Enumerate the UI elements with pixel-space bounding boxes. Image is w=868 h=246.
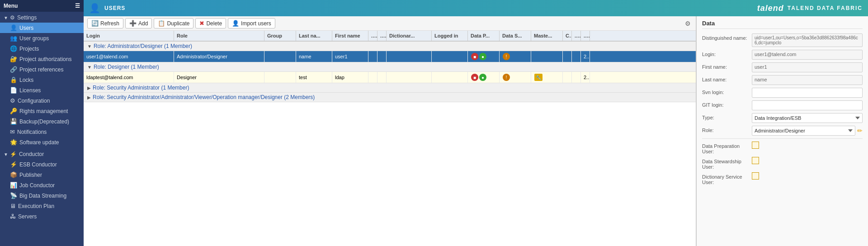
col-login[interactable]: Login bbox=[84, 31, 174, 41]
col-logged-in[interactable]: Logged in bbox=[432, 31, 468, 41]
cell-data-prep-ldap: ■ ● bbox=[468, 72, 500, 83]
sidebar-item-job-conductor[interactable]: 📊 Job Conductor bbox=[0, 180, 84, 190]
dict-service-checkbox[interactable] bbox=[752, 172, 759, 180]
col-firstname[interactable]: First name bbox=[332, 31, 368, 41]
refresh-icon: 🔄 bbox=[91, 20, 99, 27]
sidebar-item-publisher[interactable]: 📦 Publisher bbox=[0, 170, 84, 180]
col-group[interactable]: Group bbox=[264, 31, 296, 41]
sidebar-item-rights-management[interactable]: 🔑 Rights management bbox=[0, 106, 84, 116]
gear-icon[interactable]: ⚙ bbox=[684, 19, 692, 28]
sidebar-item-label-backup: Backup(Deprecated) bbox=[19, 118, 69, 125]
sidebar-item-notifications[interactable]: ✉ Notifications bbox=[0, 127, 84, 137]
badge-red: ■ bbox=[471, 53, 478, 60]
git-login-value[interactable] bbox=[752, 100, 863, 110]
table-row[interactable]: ldaptest@talend.com Designer test ldap ■… bbox=[84, 72, 696, 83]
col-lastname[interactable]: Last na... bbox=[296, 31, 332, 41]
refresh-button[interactable]: 🔄 Refresh bbox=[87, 18, 123, 28]
sidebar-item-configuration[interactable]: ⚙ Configuration bbox=[0, 95, 84, 106]
conductor-section: ▼ ⚡ Conductor ⚡ ESB Conductor 📦 Publishe… bbox=[0, 148, 84, 222]
sidebar: Menu ☰ ▼ ⚙ Settings 👤 Users 👥 User group… bbox=[0, 0, 84, 246]
col-master[interactable]: Maste... bbox=[531, 31, 563, 41]
data-prep-checkbox[interactable] bbox=[752, 142, 759, 149]
sidebar-item-big-data-streaming[interactable]: 📡 Big Data Streaming bbox=[0, 190, 84, 201]
col-data-stew[interactable]: Data S... bbox=[500, 31, 531, 41]
header-logo: talend TALEND DATA FABRIC bbox=[757, 4, 863, 13]
edit-role-icon[interactable]: ✏ bbox=[857, 127, 863, 134]
add-button[interactable]: ➕ Add bbox=[125, 18, 152, 28]
sidebar-item-backup[interactable]: 💾 Backup(Deprecated) bbox=[0, 116, 84, 127]
role-row-admin-designer[interactable]: ▼ Role: Administrator/Designer (1 Member… bbox=[84, 42, 696, 51]
import-button[interactable]: 👤 Import users bbox=[228, 18, 275, 28]
sidebar-item-projects[interactable]: 🌐 Projects bbox=[0, 43, 84, 54]
conductor-group-label: Conductor bbox=[19, 151, 44, 157]
col-5[interactable]: ... bbox=[368, 31, 377, 41]
badge-green: ● bbox=[479, 53, 486, 60]
col-c2[interactable]: ... bbox=[572, 31, 581, 41]
sidebar-item-label-user-groups: User groups bbox=[19, 35, 49, 42]
cell-firstname: user1 bbox=[332, 51, 368, 62]
badge-orange-ldap: ! bbox=[503, 74, 510, 81]
locks-icon: 🔒 bbox=[10, 76, 17, 83]
sidebar-item-user-groups[interactable]: 👥 User groups bbox=[0, 33, 84, 43]
cell-c1 bbox=[563, 51, 572, 62]
settings-group-label: Settings bbox=[17, 14, 37, 21]
table-row[interactable]: user1@talend.com Administrator/Designer … bbox=[84, 51, 696, 62]
col-dictionary[interactable]: Dictionar... bbox=[387, 31, 432, 41]
refresh-label: Refresh bbox=[100, 20, 119, 27]
col-6[interactable]: ... bbox=[377, 31, 387, 41]
sidebar-item-locks[interactable]: 🔒 Locks bbox=[0, 75, 84, 85]
data-stew-checkbox[interactable] bbox=[752, 157, 759, 164]
cell-col6 bbox=[368, 51, 377, 62]
field-row-login: Login: user1@talend.com bbox=[702, 50, 863, 60]
cell-data-prep: ■ ● bbox=[468, 51, 500, 62]
sidebar-item-users[interactable]: 👤 Users bbox=[0, 23, 84, 33]
sidebar-item-servers[interactable]: 🖧 Servers bbox=[0, 211, 84, 222]
conductor-group-header[interactable]: ▼ ⚡ Conductor bbox=[0, 149, 84, 159]
cell-c2-ldap bbox=[572, 72, 581, 83]
talend-brand: talend bbox=[757, 4, 784, 13]
configuration-icon: ⚙ bbox=[10, 97, 15, 104]
role-select[interactable]: Administrator/Designer bbox=[752, 126, 855, 136]
badge-red-ldap: ■ bbox=[471, 74, 478, 81]
delete-icon: ✖ bbox=[199, 20, 204, 27]
col-c3[interactable]: ... bbox=[581, 31, 590, 41]
role-row-multi[interactable]: ▶ Role: Security Administrator/Administr… bbox=[84, 93, 696, 102]
software-update-icon: 🌟 bbox=[10, 139, 17, 146]
sidebar-item-execution-plan[interactable]: 🖥 Execution Plan bbox=[0, 201, 84, 211]
col-role[interactable]: Role bbox=[174, 31, 264, 41]
field-row-data-prep: Data Preparation User: bbox=[702, 142, 863, 154]
rights-icon: 🔑 bbox=[10, 108, 17, 114]
role-select-wrap: Administrator/Designer ✏ bbox=[752, 126, 863, 136]
sidebar-item-project-authorizations[interactable]: 🔐 Project authorizations bbox=[0, 54, 84, 64]
sidebar-item-licenses[interactable]: 📄 Licenses bbox=[0, 85, 84, 95]
sidebar-item-software-update[interactable]: 🌟 Software update bbox=[0, 137, 84, 147]
svn-login-label: Svn login: bbox=[702, 88, 752, 95]
type-select[interactable]: Data Integration/ESB bbox=[752, 113, 863, 123]
role-label-designer: Role: Designer (1 Member) bbox=[94, 64, 159, 70]
settings-group-header[interactable]: ▼ ⚙ Settings bbox=[0, 13, 84, 23]
svn-login-value[interactable] bbox=[752, 88, 863, 98]
role-label: Role: Administrator/Designer (1 Member) bbox=[94, 43, 192, 49]
cell-dict bbox=[387, 51, 432, 62]
backup-icon: 💾 bbox=[10, 118, 17, 125]
role-row-security-admin[interactable]: ▶ Role: Security Administrator (1 Member… bbox=[84, 83, 696, 93]
delete-button[interactable]: ✖ Delete bbox=[195, 18, 226, 28]
delete-label: Delete bbox=[206, 20, 222, 27]
hamburger-icon[interactable]: ☰ bbox=[75, 3, 80, 9]
menu-label: Menu bbox=[4, 3, 18, 9]
field-row-type: Type: Data Integration/ESB bbox=[702, 113, 863, 123]
col-c1[interactable]: C... bbox=[563, 31, 572, 41]
col-data-prep[interactable]: Data P... bbox=[468, 31, 500, 41]
sidebar-item-esb-conductor[interactable]: ⚡ ESB Conductor bbox=[0, 159, 84, 170]
import-icon: 👤 bbox=[232, 20, 239, 27]
firstname-value[interactable]: user1 bbox=[752, 62, 863, 72]
lastname-value[interactable]: name bbox=[752, 75, 863, 85]
field-row-role: Role: Administrator/Designer ✏ bbox=[702, 126, 863, 136]
role-row-designer[interactable]: ▼ Role: Designer (1 Member) bbox=[84, 62, 696, 72]
cell-login: user1@talend.com bbox=[84, 51, 174, 62]
duplicate-button[interactable]: 📋 Duplicate bbox=[154, 18, 193, 28]
sidebar-item-label-execution-plan: Execution Plan bbox=[18, 203, 54, 209]
sidebar-item-project-references[interactable]: 🔗 Project references bbox=[0, 64, 84, 75]
field-row-git-login: GIT login: bbox=[702, 100, 863, 110]
login-value[interactable]: user1@talend.com bbox=[752, 50, 863, 60]
